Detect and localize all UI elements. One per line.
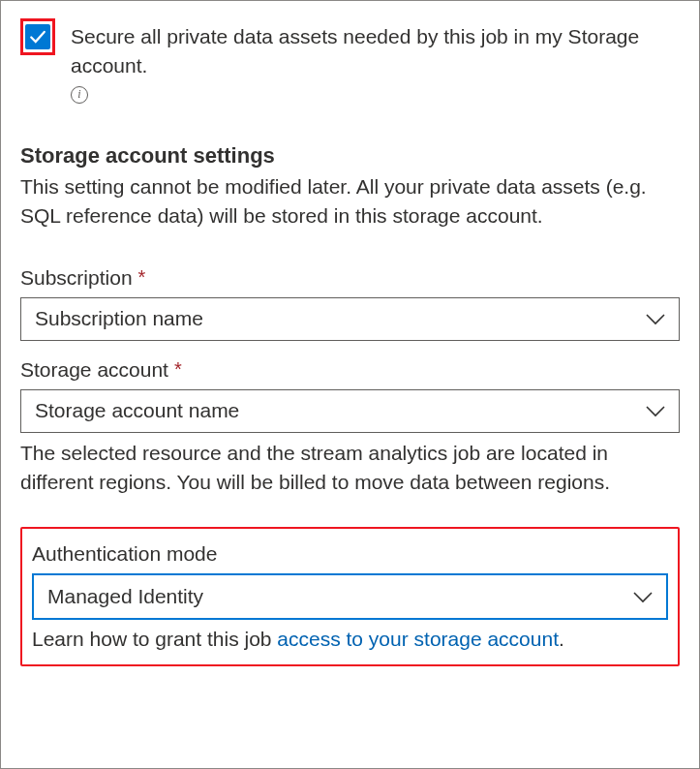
required-indicator: * (138, 266, 146, 289)
storage-account-select[interactable]: Storage account name (20, 389, 680, 433)
auth-learn-prefix: Learn how to grant this job (32, 628, 277, 650)
storage-account-value: Storage account name (35, 399, 239, 422)
settings-panel: Secure all private data assets needed by… (0, 0, 700, 769)
highlight-auth-mode: Authentication mode Managed Identity Lea… (20, 527, 680, 666)
subscription-value: Subscription name (35, 307, 203, 330)
storage-account-label: Storage account (20, 358, 168, 382)
secure-assets-label: Secure all private data assets needed by… (71, 22, 680, 81)
highlight-checkbox (20, 18, 55, 55)
checkmark-icon (29, 28, 46, 46)
storage-account-help: The selected resource and the stream ana… (20, 439, 680, 498)
chevron-down-icon (646, 399, 665, 422)
subscription-select[interactable]: Subscription name (20, 297, 680, 341)
chevron-down-icon (646, 307, 665, 330)
access-storage-link[interactable]: access to your storage account (277, 628, 559, 650)
auth-learn-suffix: . (559, 628, 564, 650)
auth-mode-value: Managed Identity (47, 585, 203, 608)
storage-account-field: Storage account * Storage account name T… (20, 358, 680, 498)
auth-learn-row: Learn how to grant this job access to yo… (32, 628, 668, 651)
secure-assets-row: Secure all private data assets needed by… (20, 18, 680, 105)
chevron-down-icon (633, 585, 653, 608)
secure-assets-checkbox[interactable] (25, 24, 50, 49)
section-description: This setting cannot be modified later. A… (20, 172, 680, 231)
section-title: Storage account settings (20, 143, 680, 169)
info-icon[interactable]: i (71, 86, 88, 104)
subscription-label: Subscription (20, 266, 133, 290)
storage-account-label-row: Storage account * (20, 358, 680, 382)
auth-mode-label: Authentication mode (32, 542, 668, 566)
secure-assets-label-wrap: Secure all private data assets needed by… (71, 18, 680, 105)
subscription-field: Subscription * Subscription name (20, 266, 680, 341)
required-indicator: * (174, 358, 182, 381)
auth-mode-select[interactable]: Managed Identity (32, 573, 668, 620)
subscription-label-row: Subscription * (20, 266, 680, 290)
